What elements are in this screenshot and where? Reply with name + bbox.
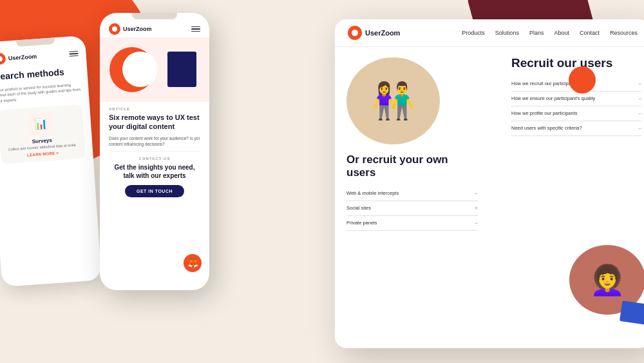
phone-mid-header: UserZoom xyxy=(100,19,209,37)
accordion-own-icon-2: + xyxy=(475,205,478,211)
nav-item-resources[interactable]: Resources xyxy=(610,30,638,36)
article-label: ARTICLE xyxy=(100,102,209,112)
phone-mid-brand: UserZoom xyxy=(123,26,152,32)
phone-mid-hero-image xyxy=(100,37,209,102)
hamburger-line-m3 xyxy=(191,31,200,32)
hamburger-icon-left[interactable] xyxy=(69,51,79,57)
tablet-logo-inner xyxy=(352,30,358,36)
tablet-logo-icon xyxy=(348,26,362,40)
accordion-4[interactable]: Need users with specific criteria? − xyxy=(511,121,641,136)
accordion-2[interactable]: How we ensure our participant's quality … xyxy=(511,92,641,106)
tablet-nav-items: Products Solutions Plans About Contact R… xyxy=(462,30,638,36)
hamburger-line-m2 xyxy=(191,28,200,30)
accordion-icon-4: − xyxy=(638,125,641,132)
accordion-3[interactable]: How we profile our participants − xyxy=(511,106,641,121)
accordion-label-2: How we ensure our participant's quality xyxy=(511,95,595,101)
uz-icon-left xyxy=(0,53,6,65)
accordion-own-label-2: Social sites xyxy=(346,205,371,211)
phone-mid-logo: UserZoom xyxy=(109,23,152,35)
nav-item-plans[interactable]: Plans xyxy=(529,30,544,36)
recruit-own-title: Or recruit your own users xyxy=(346,153,478,180)
accordion-own-icon-3: − xyxy=(475,220,478,226)
accordion-label-1: How we recruit our participants xyxy=(511,81,578,86)
cta-text: Get the insights you need, talk with our… xyxy=(100,162,209,185)
uz-icon-inner-left xyxy=(0,56,3,62)
phone-mid-notch xyxy=(132,13,177,19)
phone-left-card: 📊 Surveys Collect and monitor attitudina… xyxy=(0,104,86,164)
phone-left-logo: UserZoom xyxy=(0,50,37,65)
phone-left: UserZoom search methods your product or … xyxy=(0,35,102,287)
scene-container: UserZoom search methods your product or … xyxy=(0,0,644,363)
accordion-own-2[interactable]: Social sites + xyxy=(346,201,478,216)
tablet-brand: UserZoom xyxy=(365,29,400,37)
accordion-own-label-3: Private panels xyxy=(346,220,377,226)
get-in-touch-button[interactable]: GET IN TOUCH xyxy=(125,185,184,197)
mascot-icon: 🦊 xyxy=(184,254,202,272)
article-desc: Does your content work for your audience… xyxy=(100,134,209,151)
accordion-icon-2: − xyxy=(638,95,641,102)
hero-rect-blue xyxy=(167,52,196,87)
article-title: Six remote ways to UX test your digital … xyxy=(100,112,209,134)
accordion-own-icon-1: − xyxy=(475,190,478,197)
hamburger-line-3 xyxy=(70,55,79,57)
survey-emoji: 📊 xyxy=(34,117,48,130)
tablet-col-left: Or recruit your own users Web & mobile i… xyxy=(335,47,489,348)
tablet-logo: UserZoom xyxy=(348,26,400,40)
tablet: UserZoom Products Solutions Plans About … xyxy=(335,19,644,348)
hamburger-icon-mid[interactable] xyxy=(191,26,200,32)
accordion-own-label-1: Web & mobile intercepts xyxy=(346,190,399,196)
hero-half-circle xyxy=(122,52,158,87)
hamburger-line-1 xyxy=(69,51,78,52)
red-blob-decoration xyxy=(569,66,596,93)
accordion-icon-1: − xyxy=(638,81,641,87)
learn-more-link[interactable]: LEARN MORE > xyxy=(27,151,59,157)
nav-item-solutions[interactable]: Solutions xyxy=(495,30,519,36)
recruit-own-section: Or recruit your own users Web & mobile i… xyxy=(346,153,478,231)
accordion-icon-3: − xyxy=(638,110,641,117)
tablet-nav: UserZoom Products Solutions Plans About … xyxy=(335,19,644,47)
blue-square-decoration xyxy=(620,300,644,325)
accordion-own-1[interactable]: Web & mobile intercepts − xyxy=(346,186,478,201)
tablet-main-content: Or recruit your own users Web & mobile i… xyxy=(335,47,644,348)
hamburger-line-2 xyxy=(69,53,78,54)
phone-left-brand: UserZoom xyxy=(8,53,37,61)
accordion-own-3[interactable]: Private panels − xyxy=(346,216,478,231)
nav-item-products[interactable]: Products xyxy=(462,30,485,36)
accordion-label-4: Need users with specific criteria? xyxy=(511,125,582,131)
couple-photo-circle xyxy=(346,57,440,144)
phone-left-card-desc: Collect and monitor attitudinal data at … xyxy=(8,142,77,152)
accordion-label-3: How we profile our participants xyxy=(511,110,578,116)
uz-icon-inner-mid xyxy=(112,26,117,32)
phone-left-card-title: Surveys xyxy=(32,137,52,144)
contact-label: CONTACT US xyxy=(100,152,209,162)
survey-icon-box: 📊 xyxy=(27,112,54,137)
nav-item-contact[interactable]: Contact xyxy=(580,30,600,36)
tablet-col-right: Recruit our users How we recruit our par… xyxy=(489,47,644,348)
phone-middle: UserZoom ARTICLE Six remote ways to UX t… xyxy=(100,13,209,290)
uz-icon-mid xyxy=(109,23,120,35)
hamburger-line-m1 xyxy=(191,26,200,28)
nav-item-about[interactable]: About xyxy=(554,30,569,36)
